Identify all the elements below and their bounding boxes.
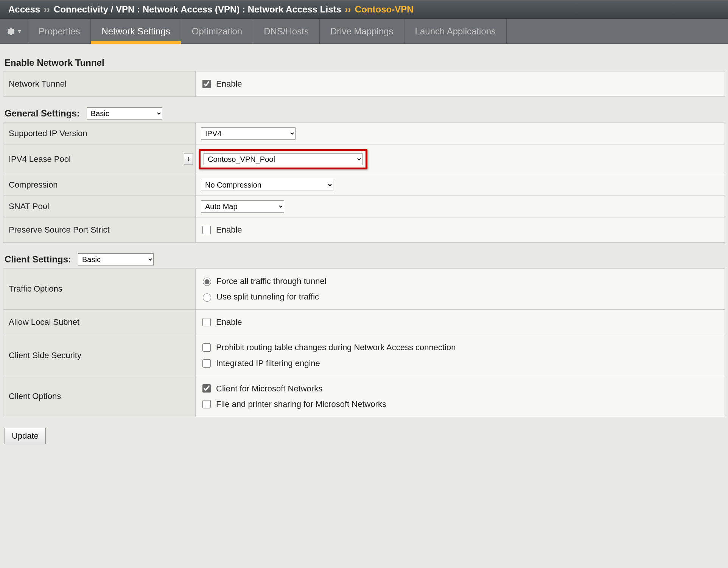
enable-tunnel-table: Network Tunnel Enable [3,71,725,97]
row-supported-ip-version: Supported IP Version IPV4 [3,123,725,144]
network-tunnel-enable-option[interactable]: Enable [201,76,719,92]
allow-local-subnet-label: Enable [216,314,242,330]
tab-optimization[interactable]: Optimization [181,19,253,43]
allow-local-subnet-checkbox[interactable] [202,318,211,326]
tab-properties[interactable]: Properties [28,19,91,43]
breadcrumb-current: Contoso-VPN [355,4,414,15]
tab-launch-applications[interactable]: Launch Applications [404,19,507,43]
breadcrumb: Access ›› Connectivity / VPN : Network A… [0,0,728,19]
client-option-ms-networks[interactable]: Client for Microsoft Networks [201,381,719,397]
tab-network-settings[interactable]: Network Settings [91,19,181,43]
client-security-prohibit-routing-checkbox[interactable] [202,343,211,352]
row-compression: Compression No Compression [3,174,725,196]
client-option-file-printer-sharing-checkbox[interactable] [202,400,211,408]
row-network-tunnel: Network Tunnel Enable [3,71,725,97]
label-snat-pool: SNAT Pool [3,196,196,217]
preserve-source-port-label: Enable [216,222,242,238]
breadcrumb-sep-icon: ›› [44,4,50,15]
label-preserve-source-port: Preserve Source Port Strict [3,217,196,242]
network-tunnel-enable-label: Enable [216,76,242,92]
client-security-ip-filtering-checkbox[interactable] [202,359,211,368]
gear-icon [6,27,15,36]
traffic-option-split-tunnel-label: Use split tunneling for traffic [216,289,319,305]
section-title-general-text: General Settings: [5,108,80,119]
breadcrumb-root[interactable]: Access [8,4,40,15]
row-allow-local-subnet: Allow Local Subnet Enable [3,310,725,335]
section-title-client: Client Settings: Basic [5,253,725,265]
breadcrumb-path[interactable]: Connectivity / VPN : Network Access (VPN… [54,4,341,15]
preserve-source-port-checkbox[interactable] [202,226,211,234]
network-tunnel-enable-checkbox[interactable] [202,80,211,88]
label-supported-ip-version: Supported IP Version [3,123,196,144]
client-mode-select[interactable]: Basic [78,253,154,265]
section-title-general: General Settings: Basic [5,107,725,119]
label-ipv4-lease-pool-text: IPV4 Lease Pool [9,154,71,164]
traffic-option-force-all-label: Force all traffic through tunnel [216,273,327,289]
label-client-options: Client Options [3,376,196,417]
client-option-ms-networks-label: Client for Microsoft Networks [216,381,322,397]
section-title-client-text: Client Settings: [5,254,71,265]
settings-menu-button[interactable]: ▼ [0,19,28,43]
client-security-ip-filtering-label: Integrated IP filtering engine [216,355,320,371]
client-security-prohibit-routing-label: Prohibit routing table changes during Ne… [216,340,456,355]
update-button[interactable]: Update [5,428,46,444]
allow-local-subnet-option[interactable]: Enable [201,314,719,330]
client-option-ms-networks-checkbox[interactable] [202,384,211,393]
row-ipv4-lease-pool: IPV4 Lease Pool + Contoso_VPN_Pool [3,144,725,174]
client-settings-table: Traffic Options Force all traffic throug… [3,268,725,417]
traffic-option-split-tunnel[interactable]: Use split tunneling for traffic [201,289,719,305]
row-client-options: Client Options Client for Microsoft Netw… [3,376,725,417]
snat-pool-select[interactable]: Auto Map [201,200,284,213]
section-title-enable-tunnel: Enable Network Tunnel [5,57,725,68]
client-option-file-printer-sharing-label: File and printer sharing for Microsoft N… [216,396,386,412]
label-client-side-security: Client Side Security [3,335,196,376]
breadcrumb-sep-icon: ›› [345,4,351,15]
traffic-option-force-all[interactable]: Force all traffic through tunnel [201,273,719,289]
ipv4-lease-pool-select[interactable]: Contoso_VPN_Pool [204,153,362,165]
traffic-option-split-tunnel-radio[interactable] [203,293,211,302]
preserve-source-port-option[interactable]: Enable [201,222,719,238]
supported-ip-version-select[interactable]: IPV4 [201,127,296,140]
row-client-side-security: Client Side Security Prohibit routing ta… [3,335,725,376]
label-allow-local-subnet: Allow Local Subnet [3,310,196,335]
label-compression: Compression [3,174,196,196]
client-security-ip-filtering[interactable]: Integrated IP filtering engine [201,355,719,371]
caret-down-icon: ▼ [17,28,22,34]
row-snat-pool: SNAT Pool Auto Map [3,196,725,217]
row-preserve-source-port: Preserve Source Port Strict Enable [3,217,725,242]
traffic-option-force-all-radio[interactable] [203,278,211,286]
general-mode-select[interactable]: Basic [87,107,162,119]
client-security-prohibit-routing[interactable]: Prohibit routing table changes during Ne… [201,340,719,355]
general-settings-table: Supported IP Version IPV4 IPV4 Lease Poo… [3,123,725,243]
label-ipv4-lease-pool: IPV4 Lease Pool + [3,144,196,174]
tab-drive-mappings[interactable]: Drive Mappings [320,19,404,43]
content-area: Enable Network Tunnel Network Tunnel Ena… [0,44,728,451]
tab-bar: ▼ Properties Network Settings Optimizati… [0,19,728,44]
client-option-file-printer-sharing[interactable]: File and printer sharing for Microsoft N… [201,396,719,412]
add-lease-pool-button[interactable]: + [184,154,193,165]
tab-dns-hosts[interactable]: DNS/Hosts [253,19,320,43]
compression-select[interactable]: No Compression [201,179,333,191]
lease-pool-highlight: Contoso_VPN_Pool [199,149,367,169]
label-traffic-options: Traffic Options [3,268,196,310]
row-traffic-options: Traffic Options Force all traffic throug… [3,268,725,310]
label-network-tunnel: Network Tunnel [3,71,196,97]
